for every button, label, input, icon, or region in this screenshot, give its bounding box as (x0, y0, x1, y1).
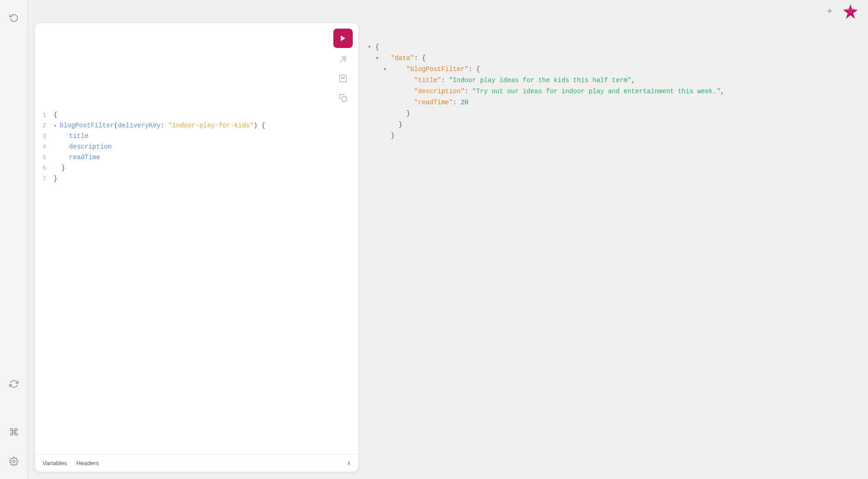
editor-toolbar (333, 29, 353, 106)
refresh-icon[interactable] (6, 376, 22, 392)
copy-button[interactable] (335, 90, 351, 106)
magic-wand-button[interactable] (335, 51, 351, 67)
result-panel: ▾ { ▾ "data": { ▾ "blogPostFilter": { "t… (364, 23, 861, 472)
history-icon[interactable] (6, 9, 22, 26)
top-bar: + (28, 0, 868, 23)
code-line-7: 7 } (35, 174, 358, 184)
left-sidebar (0, 0, 28, 479)
face-button[interactable] (335, 70, 351, 87)
svg-point-4 (343, 57, 345, 60)
code-line-6: 6 } (35, 163, 358, 174)
code-line-2: 2 ▾ blogPostFilter(deliveryKey: "indoor-… (35, 120, 358, 131)
variables-tab[interactable]: Variables (42, 460, 67, 467)
svg-rect-8 (342, 97, 347, 102)
editor-header (35, 23, 358, 106)
code-line-1: 1 { (35, 110, 358, 120)
stellate-logo (842, 3, 859, 20)
svg-marker-3 (341, 36, 345, 41)
bottom-tabs: Variables Headers (42, 460, 99, 467)
command-icon[interactable] (6, 424, 22, 440)
settings-icon[interactable] (6, 453, 22, 470)
svg-point-0 (12, 461, 15, 463)
headers-tab[interactable]: Headers (76, 460, 99, 467)
add-tab-button[interactable]: + (823, 5, 837, 18)
svg-point-7 (344, 77, 345, 78)
code-line-3: 3 title (35, 131, 358, 142)
editor-panel: 1 { 2 ▾ blogPostFilter(deliveryKey: "ind… (35, 23, 358, 472)
run-button[interactable] (333, 29, 353, 48)
code-editor[interactable]: 1 { 2 ▾ blogPostFilter(deliveryKey: "ind… (35, 106, 358, 454)
editor-bottom: Variables Headers ∧ (35, 454, 358, 472)
code-line-5: 5 readTime (35, 152, 358, 163)
svg-point-6 (342, 77, 343, 78)
main-content: + (28, 0, 868, 479)
code-line-4: 4 description (35, 142, 358, 152)
collapse-chevron[interactable]: ∧ (347, 459, 351, 467)
result-content: ▾ { ▾ "data": { ▾ "blogPostFilter": { "t… (368, 30, 853, 152)
content-row: 1 { 2 ▾ blogPostFilter(deliveryKey: "ind… (28, 23, 868, 479)
